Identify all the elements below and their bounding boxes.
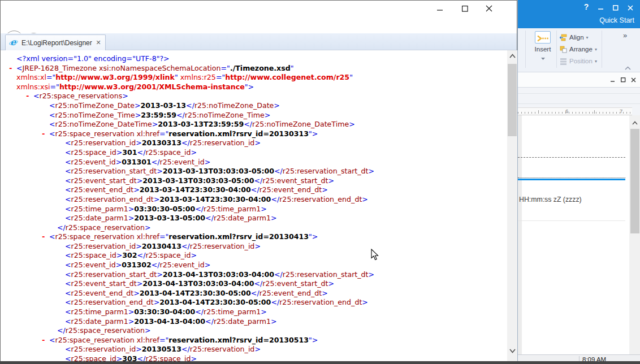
xml-markup: <: [65, 176, 71, 185]
xml-text-value: 2013-04-13T03:03:03-04:00: [163, 270, 274, 279]
xml-tag-name: r25:reservation_end_dt: [71, 298, 154, 306]
datetime-format-field[interactable]: HH:mm:ss zZ (zzzz): [519, 196, 582, 203]
xml-content: <?xml version="1.0" encoding="UTF-8"?>-<…: [1, 50, 507, 362]
xml-markup: =": [216, 73, 225, 81]
ribbon-separator: [556, 31, 557, 68]
ie-minimize-button[interactable]: [430, 3, 449, 14]
ie-close-button[interactable]: [479, 3, 499, 14]
xml-markup: >: [157, 270, 163, 279]
xml-markup: </: [271, 298, 279, 306]
ribbon-overflow-button[interactable]: »: [623, 31, 626, 40]
collapse-toggle[interactable]: -: [8, 64, 16, 73]
position-button[interactable]: Position ▾: [560, 55, 600, 67]
xml-markup: <: [49, 101, 55, 110]
xml-line: <r25:reservation_id>20130513</r25:reserv…: [1, 345, 507, 354]
scroll-up-button[interactable]: [630, 119, 639, 127]
scrollbar-thumb[interactable]: [630, 129, 639, 233]
arrange-button[interactable]: Arrange ▾: [560, 44, 600, 55]
xml-tag-name: r25:event_id: [160, 261, 205, 269]
xml-line: <r25:reservation_start_dt>2013-04-13T03:…: [1, 270, 507, 280]
close-icon: [628, 5, 633, 11]
xml-markup: <: [65, 251, 71, 259]
tab-close-button[interactable]: ✕: [95, 39, 102, 46]
collapse-ribbon-button[interactable]: [625, 62, 631, 72]
doc-minimize-button[interactable]: [608, 76, 617, 83]
xml-markup: <: [49, 120, 55, 128]
xml-tag-name: r25:event_end_dt: [71, 185, 134, 194]
xml-text-value: 302: [122, 251, 137, 259]
designer-close-button[interactable]: [625, 4, 635, 12]
xml-markup: >: [137, 176, 143, 185]
selected-band-line[interactable]: [518, 179, 625, 180]
xml-text-value: 2013-03-14T23:30:30-04:00: [140, 185, 251, 194]
xml-markup: >: [369, 270, 375, 279]
xml-text-value: 031301: [122, 158, 152, 166]
ie-window: ▼ ▼ e: [0, 0, 517, 362]
xml-markup: =": [159, 232, 168, 241]
xml-markup: >: [135, 111, 141, 119]
insert-button[interactable]: Insert: [530, 31, 555, 70]
xml-tag-name: r25:space_id: [145, 148, 191, 157]
scrollbar-thumb[interactable]: [508, 64, 517, 136]
xml-markup: <?xml version="1.0" encoding="UTF-8"?>: [16, 54, 170, 63]
scroll-down-button[interactable]: [507, 346, 517, 356]
xml-tag-name: r25:space_reservation xl:href: [55, 129, 159, 138]
arrange-label: Arrange: [569, 46, 593, 53]
browser-tab[interactable]: e E:\LogiReport\Designer101... ✕: [5, 34, 106, 50]
xml-markup: >: [274, 101, 280, 110]
xml-tag-name: r25:noTimeZone_DateTime: [252, 120, 349, 128]
quick-start-link[interactable]: Quick Start: [599, 16, 634, 24]
maximize-icon: [621, 77, 626, 83]
xml-line: <?xml version="1.0" encoding="UTF-8"?>: [1, 54, 507, 64]
xml-text-value: 2013-03-13T03:03:03-05:00: [163, 167, 274, 175]
tab-title: E:\LogiReport\Designer101...: [21, 39, 92, 47]
xml-markup: http://www.w3.org/1999/xlink: [55, 73, 175, 81]
collapse-toggle[interactable]: -: [41, 129, 49, 139]
xml-markup: <: [65, 195, 71, 203]
scroll-up-button[interactable]: [507, 51, 517, 60]
xml-markup: >: [322, 289, 328, 297]
xml-tag-name: r25:time_parm1: [204, 205, 261, 213]
chevron-down-icon: ▾: [595, 47, 597, 52]
xml-markup: >: [154, 195, 160, 203]
xml-markup: ">: [309, 129, 318, 138]
xml-markup: <: [49, 232, 55, 241]
xml-markup: </: [137, 148, 146, 157]
xml-tag-name: r25:space_id: [71, 251, 116, 259]
report-page[interactable]: [522, 115, 629, 354]
xml-tag-name: r25:space_reservations: [40, 92, 123, 100]
xml-markup: </: [195, 205, 204, 213]
xml-markup: >: [137, 279, 143, 288]
xml-markup: <: [65, 298, 71, 306]
ribbon-separator: [602, 31, 602, 68]
align-icon: [560, 34, 567, 41]
doc-close-button[interactable]: [629, 76, 638, 83]
xml-tag-name: JREP-1628_Timezone xsi:noNamespaceSchema…: [23, 64, 221, 72]
xml-markup: <: [65, 289, 71, 297]
collapse-toggle[interactable]: -: [41, 336, 49, 345]
xml-markup: http://www.collegenet.com/r25: [225, 73, 349, 81]
xml-line: <r25:reservation_end_dt>2013-04-14T23:30…: [1, 298, 507, 307]
collapse-toggle[interactable]: -: [25, 92, 33, 101]
designer-scrollbar[interactable]: [629, 115, 640, 354]
xml-markup: >: [328, 176, 334, 185]
arrange-icon: [560, 46, 567, 53]
xml-markup: >: [157, 167, 163, 175]
xml-markup: ">: [245, 83, 254, 91]
xml-tag-name: r25:reservation_start_dt: [283, 270, 369, 279]
help-button[interactable]: ?: [582, 2, 591, 11]
designer-minimize-button[interactable]: [596, 4, 606, 12]
xml-markup: <: [65, 158, 71, 166]
designer-maximize-button[interactable]: [611, 4, 621, 12]
insert-label: Insert: [530, 46, 555, 53]
xml-text-value: 23:59:59: [141, 111, 176, 119]
xml-tag-name: r25:event_start_dt: [262, 279, 328, 288]
doc-maximize-button[interactable]: [619, 76, 628, 83]
collapse-toggle[interactable]: -: [41, 232, 49, 242]
xml-text-value: 2013-04-14T23:30:30-05:00: [159, 298, 271, 306]
xml-markup: >: [116, 251, 123, 259]
xml-tag-name: r25:event_start_dt: [71, 279, 137, 288]
ie-maximize-button[interactable]: [455, 3, 474, 14]
align-button[interactable]: Align ▾: [560, 32, 600, 43]
ie-scrollbar[interactable]: [507, 50, 517, 362]
